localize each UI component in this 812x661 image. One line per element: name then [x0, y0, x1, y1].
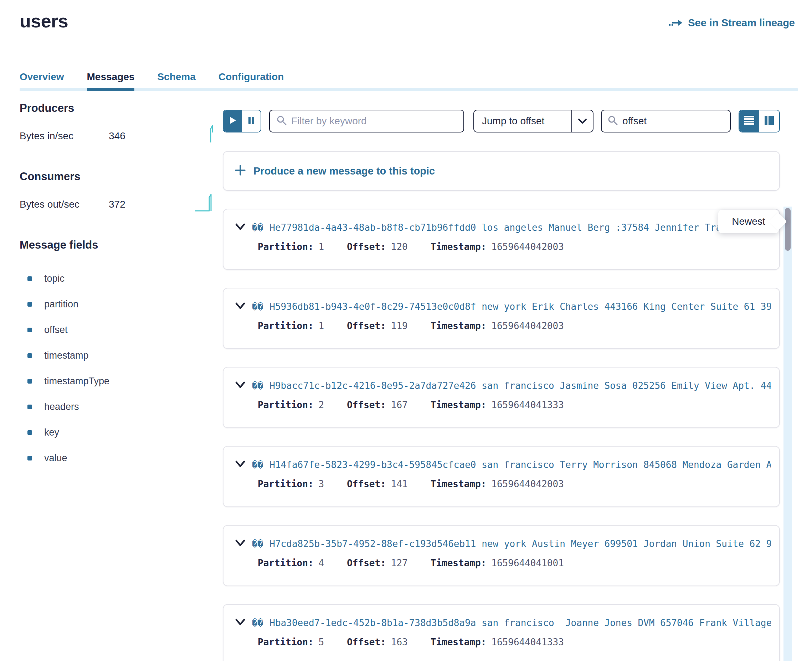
field-item-value[interactable]: value	[19, 445, 223, 471]
field-bullet-icon	[27, 379, 32, 383]
scrollbar-thumb[interactable]	[785, 208, 791, 251]
expand-chevron-icon[interactable]	[235, 302, 246, 311]
message-fields-heading: Message fields	[19, 239, 223, 251]
newest-tooltip: Newest	[718, 210, 779, 233]
field-item-timestamp[interactable]: timestamp	[19, 343, 223, 368]
message-row: �� H9bacc71c-b12c-4216-8e95-2a7da727e426…	[223, 367, 780, 428]
message-row: �� Hba30eed7-1edc-452b-8b1a-738d3b5d8a9a…	[223, 604, 780, 661]
field-item-offset[interactable]: offset	[19, 317, 223, 343]
message-row: �� H5936db81-b943-4e0f-8c29-74513e0c0d8f…	[223, 288, 780, 349]
message-row: �� H7cda825b-35b7-4952-88ef-c193d546eb11…	[223, 525, 780, 586]
offset-search-field[interactable]	[601, 110, 731, 133]
message-fields-list: topic partition offset timestamp timesta…	[19, 266, 223, 471]
stream-lineage-icon	[669, 18, 683, 28]
message-row: �� He77981da-4a43-48ab-b8f8-cb71b96ffdd0…	[223, 209, 780, 270]
message-meta: Partition:1 Offset:120 Timestamp:1659644…	[258, 241, 770, 252]
topic-tabs: Overview Messages Schema Configuration	[19, 71, 798, 91]
bytes-out-label: Bytes out/sec	[19, 199, 109, 210]
message-list-scrollbar[interactable]	[783, 206, 792, 661]
message-row: �� H14fa67fe-5823-4299-b3c4-595845cfcae0…	[223, 446, 780, 507]
message-meta: Partition:2 Offset:167 Timestamp:1659644…	[258, 399, 770, 410]
binary-glyphs: ��	[252, 301, 263, 312]
message-key: He77981da-4a43-48ab-b8f8-cb71b96ffdd0 lo…	[269, 222, 744, 233]
list-view-button[interactable]	[739, 110, 759, 132]
search-icon	[607, 115, 618, 127]
page-title: users	[19, 11, 68, 31]
keyword-filter-input[interactable]	[291, 115, 457, 127]
offset-input[interactable]	[622, 115, 724, 127]
message-key: H5936db81-b943-4e0f-8c29-74513e0c0d8f ne…	[269, 301, 770, 312]
message-meta: Partition:3 Offset:141 Timestamp:1659644…	[258, 479, 770, 489]
offset-value: 167	[391, 399, 408, 410]
keyword-filter-field[interactable]	[269, 110, 464, 133]
bytes-in-value: 346	[109, 130, 125, 142]
timestamp-value: 1659644041001	[491, 558, 564, 568]
message-row-header[interactable]: �� H7cda825b-35b7-4952-88ef-c193d546eb11…	[235, 538, 770, 549]
field-item-topic[interactable]: topic	[19, 266, 223, 291]
topic-stats-sidebar: Producers Bytes in/sec 346 Consumers Byt…	[19, 102, 223, 661]
field-bullet-icon	[27, 302, 32, 307]
play-button[interactable]	[224, 110, 242, 132]
message-key: H9bacc71c-b12c-4216-8e95-2a7da727e426 sa…	[269, 380, 770, 391]
timestamp-value: 1659644042003	[491, 321, 564, 331]
field-item-headers[interactable]: headers	[19, 394, 223, 420]
chevron-down-icon	[572, 118, 593, 124]
jump-to-offset-dropdown[interactable]: Jump to offset	[473, 110, 594, 133]
binary-glyphs: ��	[252, 222, 263, 233]
pause-icon	[248, 116, 255, 126]
message-list: �� He77981da-4a43-48ab-b8f8-cb71b96ffdd0…	[223, 209, 780, 661]
column-view-icon	[764, 115, 775, 127]
expand-chevron-icon[interactable]	[235, 460, 246, 469]
binary-glyphs: ��	[252, 618, 263, 628]
consumers-heading: Consumers	[19, 170, 223, 183]
bytes-in-label: Bytes in/sec	[19, 130, 109, 142]
partition-value: 5	[319, 637, 324, 647]
tab-schema[interactable]: Schema	[157, 71, 195, 91]
message-row-header[interactable]: �� H14fa67fe-5823-4299-b3c4-595845cfcae0…	[235, 460, 770, 470]
bytes-out-sparkline-icon	[194, 192, 216, 214]
partition-value: 1	[319, 241, 324, 252]
stream-lineage-link[interactable]: See in Stream lineage	[669, 17, 795, 29]
message-meta: Partition:1 Offset:119 Timestamp:1659644…	[258, 321, 770, 331]
jump-to-offset-label: Jump to offset	[474, 115, 572, 127]
binary-glyphs: ��	[252, 460, 263, 470]
search-icon	[276, 115, 287, 127]
partition-value: 2	[319, 399, 324, 410]
message-row-header[interactable]: �� H5936db81-b943-4e0f-8c29-74513e0c0d8f…	[235, 301, 770, 312]
offset-value: 120	[391, 241, 408, 252]
produce-message-label: Produce a new message to this topic	[253, 165, 435, 177]
tab-messages[interactable]: Messages	[87, 71, 135, 91]
column-view-button[interactable]	[759, 110, 779, 132]
tab-overview[interactable]: Overview	[19, 71, 64, 91]
expand-chevron-icon[interactable]	[235, 381, 246, 390]
partition-value: 4	[319, 558, 324, 568]
bytes-in-sparkline-icon	[204, 124, 216, 145]
offset-value: 141	[391, 479, 408, 489]
bytes-out-value: 372	[109, 199, 125, 210]
produce-message-button[interactable]: Produce a new message to this topic	[223, 151, 780, 191]
timestamp-value: 1659644042003	[491, 241, 564, 252]
offset-value: 127	[391, 558, 408, 568]
list-view-icon	[744, 115, 754, 127]
pause-button[interactable]	[242, 110, 261, 132]
messages-toolbar: Jump to offset	[223, 110, 780, 133]
newest-tooltip-label: Newest	[732, 216, 765, 227]
message-key: H7cda825b-35b7-4952-88ef-c193d546eb11 ne…	[269, 538, 770, 549]
message-row-header[interactable]: �� Hba30eed7-1edc-452b-8b1a-738d3b5d8a9a…	[235, 618, 770, 628]
expand-chevron-icon[interactable]	[235, 618, 246, 627]
field-item-partition[interactable]: partition	[19, 291, 223, 317]
messages-panel: Jump to offset	[223, 102, 780, 661]
bytes-in-metric: Bytes in/sec 346	[19, 127, 223, 145]
field-item-key[interactable]: key	[19, 420, 223, 445]
partition-value: 1	[319, 321, 324, 331]
message-row-header[interactable]: �� H9bacc71c-b12c-4216-8e95-2a7da727e426…	[235, 380, 770, 391]
expand-chevron-icon[interactable]	[235, 223, 246, 232]
message-row-header[interactable]: �� He77981da-4a43-48ab-b8f8-cb71b96ffdd0…	[235, 222, 770, 233]
field-bullet-icon	[27, 353, 32, 358]
offset-value: 163	[391, 637, 408, 647]
message-meta: Partition:4 Offset:127 Timestamp:1659644…	[258, 558, 770, 568]
field-item-timestampType[interactable]: timestampType	[19, 368, 223, 394]
expand-chevron-icon[interactable]	[235, 539, 246, 548]
view-mode-toggle	[738, 110, 780, 133]
tab-configuration[interactable]: Configuration	[218, 71, 284, 91]
